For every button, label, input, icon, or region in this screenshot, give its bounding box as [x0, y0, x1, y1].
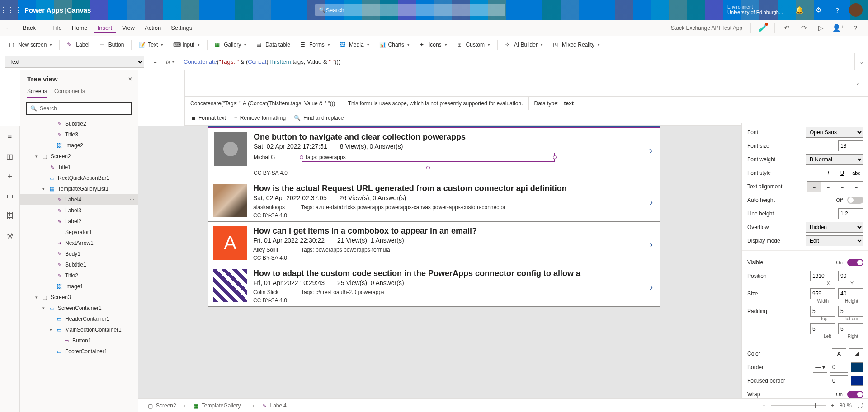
menu-file[interactable]: File	[49, 23, 66, 33]
breadcrumb-screen[interactable]: ▢Screen2	[144, 401, 180, 410]
remove-formatting-button[interactable]: ≡Remove formatting	[234, 115, 286, 121]
gallery-card[interactable]: How to adapt the custom code section in …	[208, 264, 660, 307]
find-replace-button[interactable]: 🔍Find and replace	[294, 115, 344, 121]
next-arrow-icon[interactable]: ›	[650, 281, 653, 293]
undo-icon[interactable]: ↶	[779, 21, 794, 35]
align-center-button[interactable]: ≡	[821, 181, 835, 192]
tree-node-Image2[interactable]: 🖼Image2⋯	[20, 140, 138, 151]
global-search[interactable]: 🔍	[315, 4, 505, 16]
ribbon-mixed-reality[interactable]: ◳Mixed Reality▾	[549, 40, 604, 50]
prop-font-select[interactable]: Open Sans	[806, 127, 863, 138]
rail-data-icon[interactable]: 🗀	[3, 189, 17, 203]
formula-bar[interactable]: Concatenate("Tags: " & (Concat(ThisItem.…	[179, 53, 854, 70]
wrap-toggle[interactable]	[847, 391, 863, 398]
border-color-swatch[interactable]	[851, 362, 863, 372]
tree-node-Subtitle1[interactable]: ✎Subtitle1⋯	[20, 259, 138, 270]
tree-tab-screens[interactable]: Screens	[27, 84, 47, 98]
prop-pos-x-input[interactable]	[810, 271, 835, 281]
prop-overflow-select[interactable]: Hidden	[806, 222, 863, 233]
tree-node-Image1[interactable]: 🖼Image1⋯	[20, 281, 138, 292]
zoom-in-icon[interactable]: +	[831, 403, 834, 409]
menu-view[interactable]: View	[118, 23, 138, 33]
align-left-button[interactable]: ≡	[807, 181, 821, 192]
prop-width-input[interactable]	[810, 288, 835, 299]
property-selector[interactable]: Text	[5, 56, 144, 68]
ribbon-icons[interactable]: ✦Icons▾	[416, 40, 451, 50]
visible-toggle[interactable]	[847, 259, 863, 266]
resize-handle-right[interactable]	[553, 155, 557, 159]
tree-node-Screen3[interactable]: ▾▢Screen3⋯	[20, 292, 138, 303]
prop-height-input[interactable]	[838, 288, 863, 299]
focused-border-color-swatch[interactable]	[851, 376, 863, 386]
prop-font-weight-select[interactable]: B Normal	[806, 154, 863, 165]
global-search-input[interactable]	[326, 7, 501, 14]
tree-node-MainSectionContainer1[interactable]: ▾▭MainSectionContainer1⋯	[20, 324, 138, 335]
prop-line-height-input[interactable]	[838, 208, 863, 219]
zoom-slider[interactable]	[771, 405, 826, 406]
app-checker-icon[interactable]: 🧪	[755, 21, 770, 35]
tree-node-Subtitle2[interactable]: ✎Subtitle2⋯	[20, 118, 138, 129]
help-menubar-icon[interactable]: ?	[848, 21, 863, 35]
prop-focused-border-width-input[interactable]	[830, 375, 848, 386]
resize-handle-bottom[interactable]	[426, 166, 430, 169]
ribbon-button[interactable]: ▭Button	[96, 40, 128, 50]
ribbon-new-screen[interactable]: ▢New screen▾	[5, 40, 56, 50]
prop-pad-right-input[interactable]	[838, 323, 863, 334]
preview-play-icon[interactable]: ▷	[814, 21, 828, 35]
intellisense-next-icon[interactable]: ›	[852, 70, 863, 96]
underline-button[interactable]: U	[835, 168, 849, 178]
gallery-card[interactable]: AHow can I get items in a combobox to ap…	[208, 222, 660, 264]
prop-border-width-input[interactable]	[830, 362, 848, 373]
ribbon-data-table[interactable]: ▤Data table	[253, 40, 294, 50]
tree-tab-components[interactable]: Components	[54, 84, 85, 98]
tree-node-ScreenContainer1[interactable]: ▾▭ScreenContainer1⋯	[20, 303, 138, 314]
prop-pad-left-input[interactable]	[810, 323, 835, 334]
gallery-card[interactable]: One button to navigate and clear collect…	[208, 127, 660, 179]
tree-node-Title2[interactable]: ✎Title2⋯	[20, 270, 138, 281]
ribbon-label[interactable]: ✎Label	[63, 40, 93, 50]
tree-node-Label4[interactable]: ✎Label4⋯	[20, 194, 138, 205]
tree-node-TemplateGalleryList1[interactable]: ▾▦TemplateGalleryList1⋯	[20, 183, 138, 194]
tree-node-Title3[interactable]: ✎Title3⋯	[20, 129, 138, 140]
tree-node-Label2[interactable]: ✎Label2⋯	[20, 216, 138, 227]
tree-node-FooterContainer1[interactable]: ▭FooterContainer1⋯	[20, 346, 138, 357]
tree-search-input[interactable]	[40, 105, 127, 112]
format-text-button[interactable]: ≣Format text	[191, 115, 226, 121]
user-avatar[interactable]	[849, 3, 863, 17]
tree-node-Separator1[interactable]: —Separator1⋯	[20, 227, 138, 238]
share-icon[interactable]: 👤⁺	[831, 21, 845, 35]
tree-node-NextArrow1[interactable]: ➜NextArrow1⋯	[20, 238, 138, 248]
next-arrow-icon[interactable]: ›	[649, 145, 652, 157]
menu-action[interactable]: Action	[141, 23, 165, 33]
menu-back[interactable]: Back	[19, 23, 39, 33]
gallery-card[interactable]: How is the actual Request URL generated …	[208, 179, 660, 222]
tree-node-Body1[interactable]: ✎Body1⋯	[20, 248, 138, 259]
formula-expand-icon[interactable]: ⌄	[854, 53, 868, 70]
rail-add-icon[interactable]: ＋	[3, 169, 17, 183]
align-right-button[interactable]: ≡	[835, 181, 849, 192]
back-icon[interactable]: ←	[5, 25, 16, 31]
tree-node-Title1[interactable]: ✎Title1⋯	[20, 162, 138, 173]
prop-display-mode-select[interactable]: Edit	[806, 235, 863, 246]
tree-node-Button1[interactable]: ▭Button1⋯	[20, 335, 138, 346]
ribbon-custom[interactable]: ⊞Custom▾	[453, 40, 494, 50]
tree-node-Screen2[interactable]: ▾▢Screen2⋯	[20, 151, 138, 162]
menu-settings[interactable]: Settings	[167, 23, 196, 33]
ribbon-media[interactable]: 🖼Media▾	[336, 40, 373, 50]
next-arrow-icon[interactable]: ›	[650, 197, 653, 208]
fit-to-window-icon[interactable]: ⛶	[857, 403, 863, 409]
fx-button[interactable]: fx▾	[161, 53, 179, 70]
prop-pad-top-input[interactable]	[810, 306, 835, 317]
font-color-button[interactable]: A	[832, 348, 846, 359]
redo-icon[interactable]: ↷	[797, 21, 811, 35]
help-icon[interactable]: ?	[830, 3, 844, 17]
ribbon-gallery[interactable]: ▦Gallery▾	[211, 40, 250, 50]
auto-height-toggle[interactable]	[847, 197, 863, 204]
italic-button[interactable]: I	[821, 168, 835, 178]
next-arrow-icon[interactable]: ›	[650, 239, 653, 251]
rail-insert-icon[interactable]: ◫	[3, 149, 17, 164]
app-launcher-icon[interactable]: ⋮⋮⋮	[0, 6, 22, 14]
breadcrumb-label[interactable]: ✎Label4	[258, 401, 291, 410]
tree-node-RectQuickActionBar1[interactable]: ▭RectQuickActionBar1⋯	[20, 173, 138, 183]
settings-gear-icon[interactable]: ⚙	[811, 3, 826, 17]
